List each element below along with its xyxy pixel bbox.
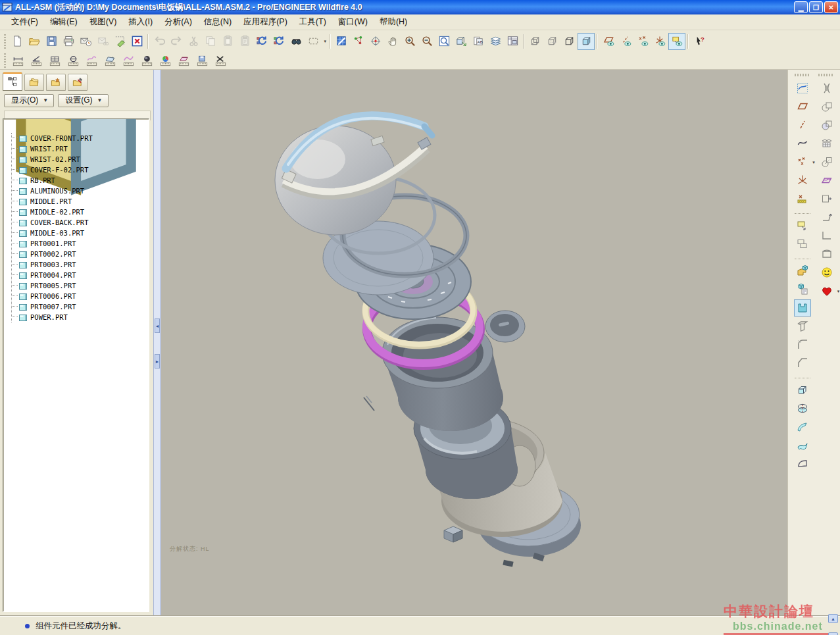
heart-icon[interactable]: ▾ (818, 282, 835, 299)
restore-button[interactable]: ❐ (809, 1, 823, 13)
offset-icon[interactable] (818, 190, 835, 207)
draft-icon[interactable] (818, 209, 835, 226)
revolve-icon[interactable] (794, 400, 811, 417)
sketched-datum-icon[interactable] (794, 190, 811, 207)
datum-axis-icon[interactable] (794, 116, 811, 134)
save-analysis-icon[interactable] (193, 53, 211, 68)
menu-7[interactable]: 应用程序(P) (237, 14, 293, 30)
datum-axis-toggle-icon[interactable] (617, 33, 634, 50)
datum-plane-icon[interactable] (794, 98, 811, 115)
menu-6[interactable]: 信息(N) (198, 14, 237, 30)
part-middle-02[interactable] (382, 317, 503, 431)
zoom-out-icon[interactable] (418, 33, 435, 50)
context-help-icon[interactable]: ? (691, 33, 708, 50)
tree-item-prt0005-prt[interactable]: PRT0005.PRT (12, 280, 149, 291)
shaded-curvature-icon[interactable] (137, 53, 156, 68)
selection-filter-icon[interactable]: ▾ (305, 33, 322, 50)
style-curve-icon[interactable] (794, 80, 811, 97)
favorites-tab[interactable] (46, 74, 66, 91)
shell-icon[interactable] (794, 318, 811, 335)
tree-item-prt0004-prt[interactable]: PRT0004.PRT (12, 270, 149, 280)
toolbar-grip[interactable] (3, 53, 7, 68)
tree-settings-button[interactable]: 设置(G)▼ (58, 94, 108, 107)
color-map-icon[interactable] (156, 53, 174, 68)
menu-5[interactable]: 分析(A) (159, 14, 198, 30)
no-hidden-display-icon[interactable] (560, 33, 578, 50)
part-prt0005[interactable] (364, 396, 374, 411)
scroll-down-icon[interactable]: ▼ (828, 632, 838, 635)
extrude-icon[interactable] (794, 382, 811, 399)
undo-icon[interactable] (151, 33, 168, 50)
zoom-in-icon[interactable] (401, 33, 418, 50)
regenerate-icon[interactable] (253, 33, 270, 50)
new-file-icon[interactable] (9, 33, 26, 50)
collapse-left-icon[interactable]: ◄ (155, 318, 160, 333)
datum-csys-toggle-icon[interactable] (651, 33, 668, 50)
menu-4[interactable]: 插入(I) (122, 14, 159, 30)
redo-icon[interactable] (168, 33, 185, 50)
assemble-component-icon[interactable] (794, 263, 811, 280)
layers-icon[interactable] (487, 33, 504, 50)
toolbar-grip[interactable] (818, 74, 833, 76)
tree-item-middle-03-prt[interactable]: MIDDLE-03.PRT (12, 228, 149, 238)
curvature-analysis-icon[interactable] (119, 53, 137, 68)
model-tree-tab[interactable] (3, 72, 22, 91)
chamfer-icon[interactable] (794, 355, 811, 372)
print-icon[interactable] (60, 33, 77, 50)
project-icon[interactable] (818, 153, 835, 170)
style-surface-icon[interactable] (794, 455, 811, 472)
tree-show-button[interactable]: 显示(O)▼ (4, 94, 54, 107)
intersect-icon[interactable] (818, 116, 835, 134)
wireframe-display-icon[interactable] (526, 33, 543, 50)
erase-display-icon[interactable] (111, 33, 128, 50)
tree-item-middle-02-prt[interactable]: MIDDLE-02.PRT (12, 207, 149, 217)
hidden-line-display-icon[interactable] (543, 33, 560, 50)
view-manager-icon[interactable] (504, 33, 521, 50)
measure-angle-icon[interactable] (27, 53, 45, 68)
sweep-icon[interactable] (794, 419, 811, 436)
close-button[interactable]: ✕ (824, 1, 838, 13)
chevron-down-icon[interactable]: ▾ (812, 160, 815, 165)
menu-9[interactable]: 窗口(W) (332, 14, 374, 30)
paste-special-icon[interactable] (236, 33, 253, 50)
regenerate-custom-icon[interactable] (270, 33, 287, 50)
tree-item-prt0007-prt[interactable]: PRT0007.PRT (12, 301, 149, 312)
corner-icon[interactable] (818, 227, 835, 244)
hole-icon[interactable] (794, 299, 811, 317)
datum-point-toggle-icon[interactable] (634, 33, 651, 50)
annotation-toggle-icon[interactable] (668, 33, 685, 50)
note-icon[interactable] (794, 217, 811, 234)
saved-views-icon[interactable]: AB (470, 33, 487, 50)
tree-item-cover-back-prt[interactable]: COVER-BACK.PRT (12, 217, 149, 228)
scroll-up-icon[interactable]: ▲ (828, 614, 838, 623)
cut-icon[interactable] (185, 33, 202, 50)
paste-icon[interactable] (219, 33, 236, 50)
connections-tab[interactable] (68, 74, 87, 91)
create-component-icon[interactable] (794, 281, 811, 298)
tree-root-item[interactable]: ALL-ASM.ASM (6, 122, 149, 133)
menu-3[interactable]: 视图(V) (84, 14, 123, 30)
trim-quilt-icon[interactable] (818, 98, 835, 115)
expand-right-icon[interactable]: ► (155, 354, 160, 368)
datum-plane-toggle-icon[interactable] (600, 33, 617, 50)
menu-8[interactable]: 工具(T) (293, 14, 332, 30)
chevron-down-icon[interactable]: ▾ (837, 289, 840, 294)
chevron-down-icon[interactable]: ▾ (324, 39, 326, 44)
toolbar-grip[interactable] (795, 74, 809, 76)
pan-hand-icon[interactable] (384, 33, 401, 50)
folder-browser-tab[interactable] (24, 74, 44, 91)
open-file-icon[interactable] (26, 33, 43, 50)
shaded-display-icon[interactable] (578, 33, 595, 50)
surface-analysis-icon[interactable] (101, 53, 119, 68)
boundary-blend-icon[interactable] (794, 437, 811, 454)
copy-icon[interactable] (202, 33, 219, 50)
merge-icon[interactable] (818, 80, 835, 97)
tree-item-prt0002-prt[interactable]: PRT0002.PRT (12, 249, 149, 259)
tree-item-prt0001-prt[interactable]: PRT0001.PRT (12, 238, 149, 249)
tree-item-power-prt[interactable]: POWER.PRT (12, 312, 149, 322)
refit-icon[interactable] (435, 33, 453, 50)
sketcher-grid-icon[interactable] (333, 33, 350, 50)
graphics-viewport[interactable]: 分解状态: HL (161, 70, 787, 616)
datum-point-icon[interactable]: ▾ (794, 153, 811, 170)
send-model-icon[interactable] (77, 33, 94, 50)
